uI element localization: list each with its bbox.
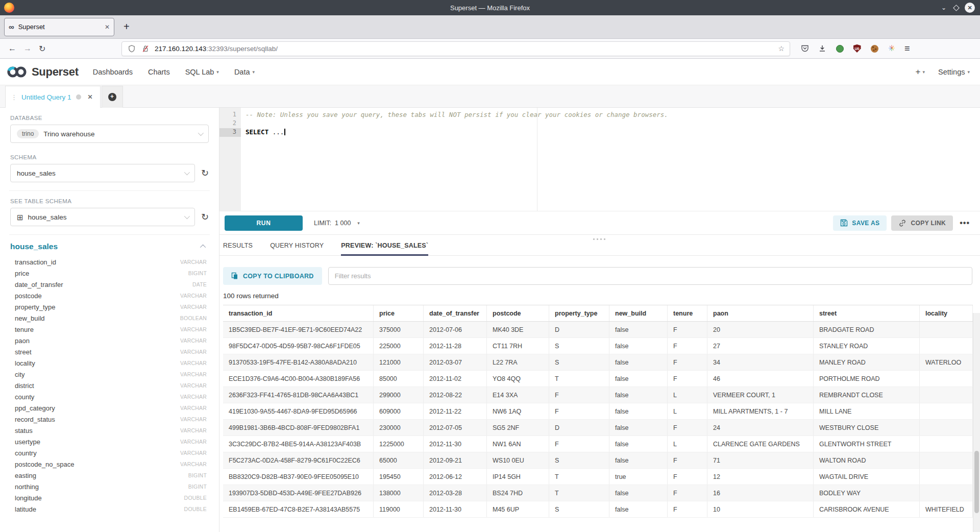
toolbar-extension-icons: U0 ✳ ≡ xyxy=(800,43,910,54)
close-window-icon[interactable]: ✕ xyxy=(965,3,975,13)
nav-item-sql-lab[interactable]: SQL Lab▾ xyxy=(185,68,219,76)
add-query-tab-button[interactable]: + xyxy=(102,86,123,108)
save-as-button[interactable]: SAVE AS xyxy=(833,215,887,231)
table-cell: 2012-11-30 xyxy=(424,436,487,452)
insecure-lock-icon[interactable] xyxy=(141,44,150,53)
database-select[interactable]: trino Trino warehouse xyxy=(10,125,209,143)
nav-item-charts[interactable]: Charts xyxy=(148,68,170,76)
extension-asterisk-icon[interactable]: ✳ xyxy=(887,44,896,53)
table-cell: false xyxy=(609,354,668,370)
editor-code[interactable]: -- Note: Unless you save your query, the… xyxy=(241,108,980,137)
table-header-row: transaction_idpricedate_of_transferpostc… xyxy=(223,305,973,322)
collapse-chevron-icon[interactable] xyxy=(200,245,206,250)
table-header-cell[interactable]: tenure xyxy=(668,305,707,321)
table-header-cell[interactable]: locality xyxy=(920,305,973,321)
results-tab-query-history[interactable]: QUERY HISTORY xyxy=(270,242,324,255)
filter-results-input[interactable] xyxy=(328,267,972,285)
tracking-shield-icon[interactable] xyxy=(127,44,136,53)
table-cell: PORTHOLME ROAD xyxy=(814,371,920,386)
table-cell: F xyxy=(668,485,707,501)
table-header-cell[interactable]: price xyxy=(374,305,424,321)
table-cell: CLARENCE GATE GARDENS xyxy=(707,436,814,452)
back-icon[interactable]: ← xyxy=(8,44,16,53)
column-type: BIGINT xyxy=(188,472,207,478)
table-cell: E14 3XA xyxy=(487,387,549,403)
superset-brand[interactable]: Superset xyxy=(6,65,79,79)
refresh-schema-icon[interactable]: ↻ xyxy=(201,168,209,178)
table-cell: 65000 xyxy=(374,452,424,468)
forward-icon[interactable]: → xyxy=(23,44,32,53)
copy-link-button[interactable]: COPY LINK xyxy=(891,215,953,231)
table-cell: false xyxy=(609,387,668,403)
table-cell xyxy=(920,371,973,386)
table-cell: S xyxy=(549,338,609,354)
table-cell: 2012-11-02 xyxy=(424,371,487,386)
url-bar[interactable]: 217.160.120.143:32393/superset/sqllab/ ☆ xyxy=(121,41,790,56)
url-path: :32393/superset/sqllab/ xyxy=(206,45,278,53)
table-cell: F xyxy=(549,403,609,419)
scrollbar-thumb[interactable] xyxy=(974,451,979,513)
cookie-extension-icon[interactable] xyxy=(870,44,879,53)
schema-column-row: longitudeDOUBLE xyxy=(10,492,209,503)
schema-select[interactable]: house_sales xyxy=(10,164,195,182)
query-tabs-row: ⋮ Untitled Query 1 ✕ + xyxy=(0,85,980,108)
table-cell: false xyxy=(609,403,668,419)
schema-column-row: tenureVARCHAR xyxy=(10,324,209,335)
schema-column-row: countryVARCHAR xyxy=(10,447,209,458)
limit-dropdown[interactable]: LIMIT: 1 000 ▾ xyxy=(314,220,360,227)
query-tab-close-icon[interactable]: ✕ xyxy=(88,93,93,101)
nav-item-dashboards[interactable]: Dashboards xyxy=(93,68,133,76)
menu-hamburger-icon[interactable]: ≡ xyxy=(904,43,910,54)
schema-column-row: ppd_categoryVARCHAR xyxy=(10,402,209,414)
downloads-icon[interactable] xyxy=(818,44,827,53)
settings-menu[interactable]: Settings▾ xyxy=(938,68,970,76)
table-cell: D xyxy=(549,322,609,337)
table-cell: false xyxy=(609,371,668,386)
table-cell: 121000 xyxy=(374,354,424,370)
add-new-menu[interactable]: +▾ xyxy=(916,67,925,77)
reload-icon[interactable]: ↻ xyxy=(39,44,45,54)
table-header-cell[interactable]: property_type xyxy=(549,305,609,321)
table-cell: 2012-11-30 xyxy=(424,501,487,517)
resize-handle-icon[interactable] xyxy=(592,237,607,241)
save-icon xyxy=(840,219,848,227)
run-button[interactable]: RUN xyxy=(225,215,303,231)
editor-line-number: 2 xyxy=(219,119,241,128)
results-tab-results[interactable]: RESULTS xyxy=(223,242,253,255)
window-titlebar: Superset — Mozilla Firefox ⌄ ✕ xyxy=(0,0,980,15)
ublock-origin-icon[interactable]: U0 xyxy=(852,44,862,53)
pocket-icon[interactable] xyxy=(800,44,810,53)
table-header-cell[interactable]: street xyxy=(814,305,920,321)
table-header-cell[interactable]: paon xyxy=(707,305,814,321)
table-select[interactable]: ⊞ house_sales xyxy=(10,208,195,226)
results-tab-preview[interactable]: PREVIEW: `HOUSE_SALES` xyxy=(341,242,428,255)
more-options-icon[interactable]: ••• xyxy=(958,219,972,228)
query-tab-untitled[interactable]: ⋮ Untitled Query 1 ✕ xyxy=(5,86,101,108)
column-name: property_type xyxy=(15,303,56,311)
browser-tab-superset[interactable]: ∞ Superset ✕ xyxy=(4,18,114,36)
table-row: 1B5C39ED-BE7F-41EF-9E71-9C60EED74A223750… xyxy=(223,322,973,338)
extension-privacy-icon[interactable] xyxy=(835,44,844,53)
plus-circle-icon: + xyxy=(108,93,116,101)
column-name: postcode_no_space xyxy=(15,461,74,468)
table-cell: T xyxy=(549,485,609,501)
minimize-icon[interactable]: ⌄ xyxy=(940,4,948,11)
table-cell: MK40 3DE xyxy=(487,322,549,337)
tab-close-icon[interactable]: ✕ xyxy=(105,23,110,31)
nav-item-data[interactable]: Data▾ xyxy=(234,68,255,76)
drag-grip-icon[interactable]: ⋮ xyxy=(11,93,17,101)
column-name: record_status xyxy=(15,416,55,423)
refresh-table-icon[interactable]: ↻ xyxy=(201,212,209,222)
bookmark-star-icon[interactable]: ☆ xyxy=(778,44,785,53)
copy-to-clipboard-button[interactable]: COPY TO CLIPBOARD xyxy=(223,267,322,285)
maximize-icon[interactable] xyxy=(953,5,960,11)
vertical-scrollbar[interactable] xyxy=(973,313,980,532)
table-cell xyxy=(920,403,973,419)
table-header-cell[interactable]: transaction_id xyxy=(223,305,374,321)
table-header-cell[interactable]: new_build xyxy=(609,305,668,321)
table-header-cell[interactable]: postcode xyxy=(487,305,549,321)
table-header-cell[interactable]: date_of_transfer xyxy=(424,305,487,321)
sql-editor[interactable]: 123 -- Note: Unless you save your query,… xyxy=(219,108,980,211)
new-tab-button[interactable]: + xyxy=(124,21,130,33)
table-cell: WAGTAIL DRIVE xyxy=(814,469,920,485)
